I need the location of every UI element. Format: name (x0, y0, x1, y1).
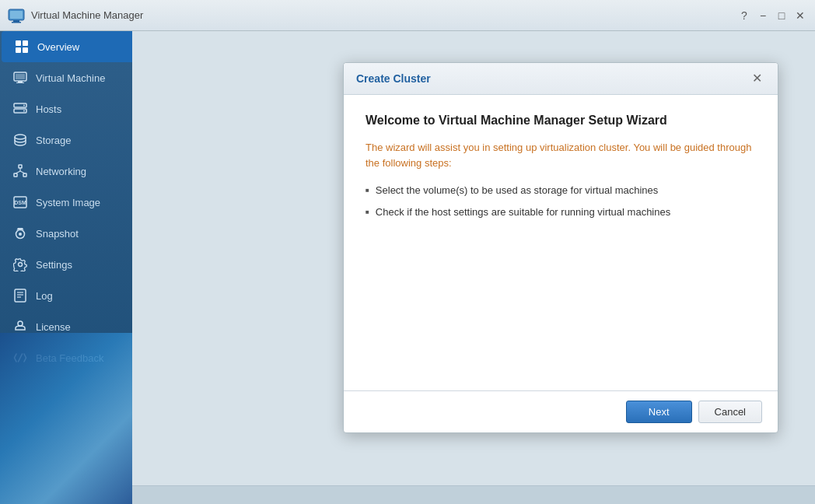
dialog-close-button[interactable]: ✕ (749, 71, 765, 86)
dialog-step-1-text: Select the volume(s) to be used as stora… (376, 183, 658, 198)
sidebar-item-overview[interactable]: Overview (2, 31, 132, 62)
svg-rect-28 (15, 289, 26, 302)
sidebar-item-system-image[interactable]: DSM System Image (0, 187, 132, 218)
sidebar-background-decoration (0, 333, 132, 504)
virtual-machine-icon (12, 70, 28, 86)
dialog-body: Welcome to Virtual Machine Manager Setup… (344, 95, 778, 390)
sidebar-label-virtual-machine: Virtual Machine (36, 72, 105, 84)
snapshot-icon (12, 226, 28, 241)
app-icon (8, 7, 25, 24)
sidebar-label-networking: Networking (36, 166, 86, 177)
svg-rect-4 (16, 40, 21, 46)
sidebar-item-log[interactable]: Log (0, 280, 132, 311)
help-button[interactable]: ? (737, 9, 751, 23)
sidebar-label-hosts: Hosts (36, 103, 61, 115)
svg-point-27 (19, 263, 23, 267)
svg-point-32 (18, 321, 23, 326)
svg-text:DSM: DSM (14, 200, 26, 205)
svg-point-16 (15, 135, 26, 139)
close-button[interactable]: ✕ (793, 9, 807, 23)
titlebar-left: Virtual Machine Manager (8, 7, 143, 24)
svg-rect-19 (23, 173, 26, 177)
titlebar: Virtual Machine Manager ? − □ ✕ (0, 0, 815, 31)
system-image-icon: DSM (12, 194, 28, 210)
dialog-step-1: Select the volume(s) to be used as stora… (366, 183, 756, 198)
dialog-intro-text: The wizard will assist you in setting up… (366, 140, 756, 170)
svg-rect-11 (16, 82, 24, 83)
sidebar-label-snapshot: Snapshot (36, 228, 79, 240)
svg-rect-18 (14, 173, 17, 177)
sidebar-item-settings[interactable]: Settings (0, 249, 132, 280)
svg-rect-10 (18, 81, 23, 82)
next-button[interactable]: Next (626, 401, 692, 423)
svg-rect-6 (16, 47, 21, 53)
dialog-welcome-heading: Welcome to Virtual Machine Manager Setup… (366, 114, 756, 128)
svg-rect-3 (12, 22, 21, 23)
sidebar-item-networking[interactable]: Networking (0, 156, 132, 187)
maximize-button[interactable]: □ (775, 9, 789, 23)
sidebar-label-overview: Overview (37, 41, 79, 53)
dialog-step-2-text: Check if the host settings are suitable … (376, 205, 670, 220)
svg-point-26 (19, 233, 22, 236)
svg-rect-17 (19, 165, 22, 168)
sidebar: Overview Virtual Machine Hosts Storage N (0, 31, 132, 504)
hosts-icon (12, 101, 28, 117)
svg-rect-2 (13, 20, 19, 22)
cancel-button[interactable]: Cancel (698, 401, 762, 423)
sidebar-item-virtual-machine[interactable]: Virtual Machine (0, 62, 132, 93)
svg-rect-7 (23, 47, 28, 53)
svg-point-15 (23, 110, 25, 112)
minimize-button[interactable]: − (756, 9, 770, 23)
window-controls: ? − □ ✕ (737, 9, 807, 23)
settings-icon (12, 257, 28, 272)
svg-rect-9 (16, 74, 25, 79)
window-title: Virtual Machine Manager (31, 9, 143, 21)
dialog-footer: Next Cancel (344, 390, 778, 432)
svg-rect-1 (10, 11, 23, 19)
app-container: Overview Virtual Machine Hosts Storage N (0, 31, 815, 504)
license-icon (12, 319, 28, 334)
main-content: Create Cluster ✕ Welcome to Virtual Mach… (132, 31, 815, 504)
sidebar-label-settings: Settings (36, 259, 72, 271)
networking-icon (12, 163, 28, 179)
svg-rect-5 (23, 40, 28, 46)
svg-line-22 (20, 171, 25, 173)
log-icon (12, 288, 28, 303)
sidebar-label-storage: Storage (36, 135, 72, 146)
overview-icon (14, 39, 30, 54)
dialog-title: Create Cluster (356, 72, 431, 85)
sidebar-label-log: Log (36, 290, 53, 302)
sidebar-item-storage[interactable]: Storage (0, 124, 132, 156)
svg-point-14 (23, 105, 25, 107)
sidebar-item-snapshot[interactable]: Snapshot (0, 218, 132, 249)
dialog-step-2: Check if the host settings are suitable … (366, 205, 756, 220)
dialog-header: Create Cluster ✕ (344, 63, 778, 95)
storage-icon (12, 132, 28, 148)
sidebar-item-hosts[interactable]: Hosts (0, 93, 132, 124)
dialog-steps-list: Select the volume(s) to be used as stora… (366, 183, 756, 219)
sidebar-label-system-image: System Image (36, 197, 100, 208)
svg-line-21 (16, 171, 20, 173)
sidebar-label-license: License (36, 321, 71, 333)
create-cluster-dialog: Create Cluster ✕ Welcome to Virtual Mach… (343, 62, 778, 433)
